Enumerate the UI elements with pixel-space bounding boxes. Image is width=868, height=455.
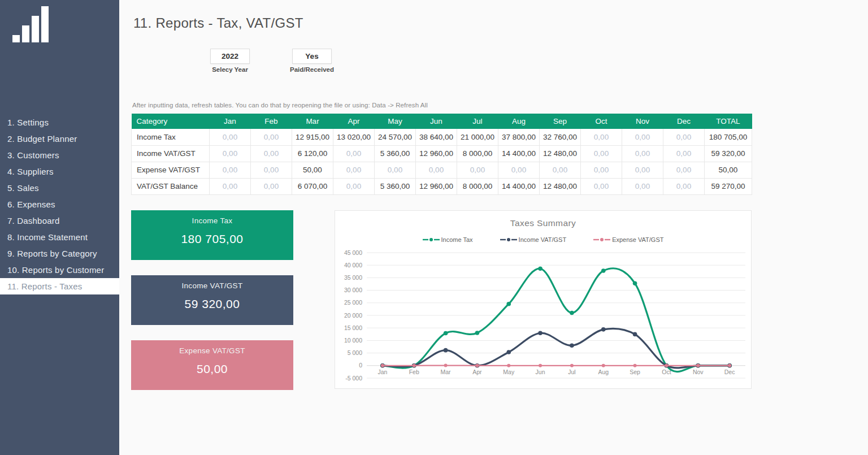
year-select-label: Selecy Year: [199, 66, 261, 73]
sidebar-item-4-suppliers[interactable]: 4. Suppliers: [0, 163, 119, 180]
cell-value: 6 120,00: [292, 145, 333, 162]
cell-total: 59 320,00: [705, 145, 752, 162]
column-header-dec: Dec: [663, 114, 705, 129]
sidebar-item-8-income-statement[interactable]: 8. Income Statement: [0, 229, 119, 245]
taxes-summary-chart: 45 00040 00035 00030 00025 00020 00015 0…: [335, 247, 752, 383]
data-point-expense-vat-gst: [728, 364, 731, 367]
cell-value: 12 915,00: [292, 129, 333, 145]
cell-value: 5 360,00: [375, 145, 416, 162]
legend-swatch-icon: [593, 237, 610, 242]
data-point-expense-vat-gst: [413, 364, 416, 367]
data-point-income-tax: [633, 281, 637, 286]
x-axis-label: Apr: [472, 369, 482, 375]
x-axis-label: Sep: [630, 369, 640, 375]
data-point-income-vat-gst: [601, 327, 606, 332]
kpi-card-value: 180 705,00: [131, 232, 293, 246]
kpi-card-income-vat-gst: Income VAT/GST59 320,00: [131, 275, 293, 325]
chart-panel: Taxes Summary Income TaxIncome VAT/GSTEx…: [335, 210, 752, 389]
kpi-card-label: Income Tax: [131, 210, 293, 225]
page-title: 11. Reports - Tax, VAT/GST: [133, 15, 303, 31]
cell-value: 0,00: [663, 178, 705, 194]
column-header-mar: Mar: [292, 114, 333, 129]
cell-value: 32 760,00: [540, 129, 581, 145]
cell-value: 0,00: [251, 162, 292, 178]
bar-chart-logo-icon: [12, 6, 52, 42]
cell-value: 0,00: [333, 145, 375, 162]
sidebar-item-2-budget-planner[interactable]: 2. Budget Planner: [0, 131, 119, 147]
data-point-income-tax: [506, 302, 511, 306]
cell-value: 0,00: [581, 129, 622, 145]
paid-received-select[interactable]: Yes: [292, 49, 332, 64]
cell-value: 0,00: [663, 129, 705, 145]
series-line-income-tax: [383, 268, 730, 372]
data-point-income-tax: [601, 268, 606, 273]
cell-value: 0,00: [622, 162, 663, 178]
sidebar-item-5-sales[interactable]: 5. Sales: [0, 180, 119, 196]
y-axis-label: 0: [359, 362, 362, 369]
logo-bar: [41, 6, 49, 42]
data-point-expense-vat-gst: [665, 364, 668, 367]
row-category: Expense VAT/GST: [132, 162, 210, 178]
table-row-vat-gst-balance: VAT/GST Balance0,000,006 070,000,005 360…: [132, 178, 752, 194]
cell-value: 0,00: [251, 145, 292, 162]
cell-value: 0,00: [210, 129, 251, 145]
x-axis-label: Jun: [536, 369, 545, 375]
y-axis-label: 20 000: [344, 312, 362, 319]
kpi-card-value: 59 320,00: [131, 297, 293, 311]
cell-value: 38 640,00: [416, 129, 457, 145]
logo-bar: [22, 25, 29, 42]
kpi-card-label: Expense VAT/GST: [131, 340, 293, 355]
cell-value: 0,00: [333, 162, 375, 178]
x-axis-label: Aug: [598, 369, 609, 375]
column-header-sep: Sep: [540, 114, 581, 129]
sidebar-item-6-expenses[interactable]: 6. Expenses: [0, 196, 119, 213]
data-point-income-tax: [475, 331, 480, 335]
data-point-expense-vat-gst: [475, 364, 479, 367]
cell-total: 59 270,00: [705, 178, 752, 194]
legend-swatch-icon: [500, 237, 517, 242]
chart-legend: Income TaxIncome VAT/GSTExpense VAT/GST: [335, 236, 751, 243]
data-point-income-tax: [538, 266, 542, 271]
data-point-income-vat-gst: [633, 332, 637, 337]
table-row-income-tax: Income Tax0,000,0012 915,0013 020,0024 5…: [132, 129, 752, 145]
sidebar-item-7-dashboard[interactable]: 7. Dashboard: [0, 213, 119, 229]
y-axis-label: 30 000: [344, 287, 362, 293]
y-axis-label: 25 000: [344, 299, 362, 306]
cell-value: 12 960,00: [416, 145, 457, 162]
logo-bar: [32, 16, 39, 42]
column-header-jun: Jun: [416, 114, 457, 129]
cell-value: 6 070,00: [292, 178, 333, 194]
sidebar-item-10-reports-by-customer[interactable]: 10. Reports by Customer: [0, 262, 119, 278]
kpi-card-expense-vat-gst: Expense VAT/GST50,00: [131, 340, 293, 390]
cell-value: 0,00: [581, 145, 622, 162]
cell-value: 0,00: [622, 129, 663, 145]
cell-value: 0,00: [540, 162, 581, 178]
sidebar: 1. Settings2. Budget Planner3. Customers…: [0, 0, 119, 455]
y-axis-label: 10 000: [344, 337, 362, 344]
cell-value: 0,00: [251, 178, 292, 194]
y-axis-label: 35 000: [344, 274, 362, 281]
kpi-card-income-tax: Income Tax180 705,00: [131, 210, 293, 260]
app-root: 1. Settings2. Budget Planner3. Customers…: [0, 0, 868, 455]
sidebar-item-9-reports-by-category[interactable]: 9. Reports by Category: [0, 245, 119, 262]
y-axis-label: 15 000: [344, 324, 362, 331]
sidebar-item-3-customers[interactable]: 3. Customers: [0, 147, 119, 163]
sidebar-nav: 1. Settings2. Budget Planner3. Customers…: [0, 114, 119, 294]
year-selector-group: 2022 Selecy Year: [199, 49, 261, 73]
kpi-card-label: Income VAT/GST: [131, 275, 293, 290]
sidebar-item-1-settings[interactable]: 1. Settings: [0, 114, 119, 131]
legend-swatch-icon: [423, 237, 440, 242]
data-point-expense-vat-gst: [570, 364, 574, 367]
cell-value: 12 480,00: [540, 178, 581, 194]
cell-value: 0,00: [581, 162, 622, 178]
cell-value: 0,00: [210, 145, 251, 162]
year-select[interactable]: 2022: [210, 49, 250, 64]
cell-value: 0,00: [457, 162, 498, 178]
data-point-expense-vat-gst: [381, 364, 384, 367]
data-point-expense-vat-gst: [444, 364, 448, 367]
cell-value: 0,00: [210, 162, 251, 178]
cell-value: 0,00: [663, 162, 705, 178]
logo-bar: [12, 35, 20, 42]
y-axis-label: 40 000: [344, 262, 362, 268]
sidebar-item-11-reports-taxes[interactable]: 11. Reports - Taxes: [0, 278, 119, 294]
